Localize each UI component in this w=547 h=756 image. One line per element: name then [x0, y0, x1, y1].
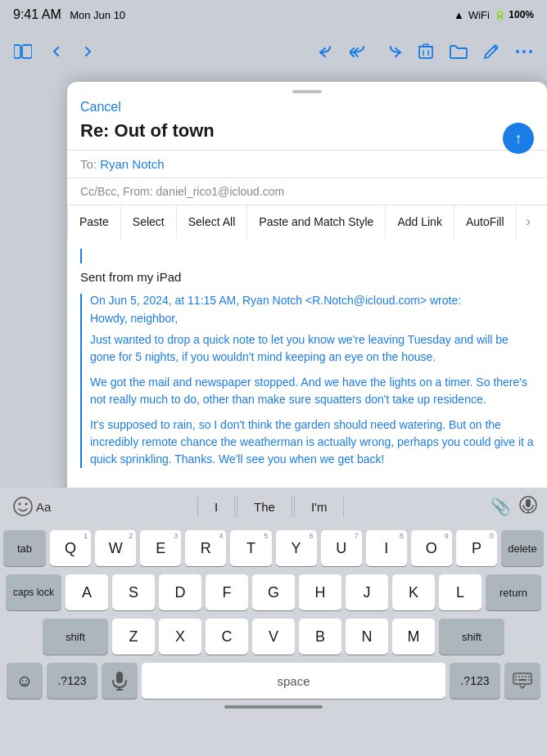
home-bar: [224, 705, 323, 709]
paste-match-style-button[interactable]: Paste and Match Style: [247, 205, 386, 239]
microphone-key[interactable]: [102, 663, 138, 699]
key-k[interactable]: K: [392, 574, 435, 610]
select-all-button[interactable]: Select All: [177, 205, 248, 239]
key-w[interactable]: 2 W: [95, 530, 136, 566]
text-cursor: [80, 249, 82, 263]
caps-lock-key[interactable]: caps lock: [6, 574, 61, 610]
pred-word-3[interactable]: I'm: [294, 497, 345, 517]
status-time: 9:41 AM Mon Jun 10: [13, 7, 125, 22]
add-link-button[interactable]: Add Link: [386, 205, 454, 239]
reply-button[interactable]: [314, 38, 341, 65]
key-o[interactable]: 9 O: [411, 530, 452, 566]
svg-point-13: [25, 503, 28, 506]
key-f[interactable]: F: [206, 574, 248, 610]
keyboard-emoji-icon[interactable]: [10, 493, 36, 520]
home-indicator: [3, 699, 544, 715]
key-q[interactable]: 1 Q: [50, 530, 91, 566]
key-s[interactable]: S: [112, 574, 155, 610]
reply-all-button[interactable]: [347, 38, 373, 65]
key-g[interactable]: G: [252, 574, 295, 610]
key-l[interactable]: L: [439, 574, 481, 610]
prev-message-button[interactable]: [43, 38, 69, 65]
select-button[interactable]: Select: [121, 205, 177, 239]
svg-rect-4: [423, 44, 428, 47]
key-i[interactable]: 8 I: [366, 530, 407, 566]
context-chevron-icon[interactable]: ›: [517, 205, 540, 239]
key-r[interactable]: 4 R: [185, 530, 226, 566]
space-key[interactable]: space: [142, 663, 445, 699]
key-e[interactable]: 3 E: [140, 530, 181, 566]
emoji-key[interactable]: ☺: [7, 663, 43, 699]
key-v[interactable]: V: [252, 619, 295, 655]
svg-rect-2: [419, 47, 432, 58]
compose-to-field[interactable]: To: Ryan Notch: [67, 150, 547, 178]
send-button[interactable]: ↑: [503, 123, 534, 154]
status-icons: ▲ WiFi 🔋 100%: [454, 9, 534, 21]
svg-point-11: [14, 497, 32, 515]
predictive-words: I The I'm: [51, 497, 490, 517]
num123-right-key[interactable]: .?123: [450, 663, 500, 699]
predictive-text-bar: Aa I The I'm 📎: [0, 488, 547, 525]
folder-button[interactable]: [445, 38, 472, 65]
svg-rect-1: [22, 45, 32, 58]
key-n[interactable]: N: [346, 619, 388, 655]
keyboard-dismiss-key[interactable]: [504, 663, 540, 699]
compose-cc-field[interactable]: Cc/Bcc, From: daniel_rico1@icloud.com: [67, 178, 547, 205]
key-u[interactable]: 7 U: [321, 530, 362, 566]
status-bar: 9:41 AM Mon Jun 10 ▲ WiFi 🔋 100%: [0, 0, 547, 29]
wifi-bars-icon: WiFi: [468, 9, 490, 21]
key-j[interactable]: J: [346, 574, 388, 610]
to-recipient[interactable]: Ryan Notch: [100, 157, 164, 171]
font-size-label[interactable]: Aa: [36, 500, 51, 514]
key-b[interactable]: B: [299, 619, 341, 655]
svg-point-8: [516, 50, 519, 53]
delete-key[interactable]: delete: [501, 530, 544, 566]
key-t[interactable]: 5 T: [230, 530, 271, 566]
key-p[interactable]: 0 P: [456, 530, 497, 566]
pred-word-2[interactable]: The: [237, 497, 292, 517]
svg-point-9: [522, 50, 526, 53]
paste-button[interactable]: Paste: [67, 205, 121, 239]
autofill-button[interactable]: AutoFill: [454, 205, 517, 239]
context-toolbar: Paste Select Select All Paste and Match …: [67, 205, 547, 239]
wifi-icon: ▲: [454, 9, 464, 21]
key-h[interactable]: H: [299, 574, 341, 610]
compose-button[interactable]: [478, 38, 504, 65]
pred-word-1[interactable]: I: [197, 497, 235, 517]
svg-line-7: [494, 47, 496, 49]
toolbar-left: [10, 38, 102, 65]
quoted-paragraph-3: It's supposed to rain, so I don't think …: [90, 416, 534, 468]
toolbar-right: [314, 38, 537, 65]
trash-button[interactable]: [413, 38, 439, 65]
modal-drag-handle: [292, 90, 322, 93]
num123-left-key[interactable]: .?123: [47, 663, 97, 699]
svg-rect-15: [526, 499, 531, 507]
shift-right-key[interactable]: shift: [439, 619, 504, 655]
attachment-icon[interactable]: 📎: [490, 497, 511, 516]
key-x[interactable]: X: [159, 619, 201, 655]
more-button[interactable]: [511, 38, 537, 65]
shift-left-key[interactable]: shift: [43, 619, 108, 655]
key-d[interactable]: D: [159, 574, 201, 610]
voice-dictation-icon[interactable]: [519, 496, 537, 518]
svg-rect-0: [14, 45, 20, 58]
key-a[interactable]: A: [66, 574, 108, 610]
return-key[interactable]: return: [486, 574, 541, 610]
key-m[interactable]: M: [392, 619, 435, 655]
next-message-button[interactable]: [75, 38, 102, 65]
cancel-button[interactable]: Cancel: [80, 100, 121, 115]
compose-body[interactable]: Sent from my iPad On Jun 5, 2024, at 11:…: [67, 239, 547, 483]
sidebar-toggle-button[interactable]: [10, 38, 36, 65]
quoted-greeting: Howdy, neighbor,: [90, 312, 534, 325]
tab-key[interactable]: tab: [3, 530, 46, 566]
signature-text: Sent from my iPad: [80, 268, 534, 294]
quoted-paragraph-2: We got the mail and newspaper stopped. A…: [90, 374, 534, 408]
key-c[interactable]: C: [206, 619, 248, 655]
forward-button[interactable]: [380, 38, 406, 65]
toolbar: [0, 29, 547, 74]
predictive-right-icons: 📎: [490, 496, 537, 518]
keyboard-row-2: caps lock A S D F G H J K L return: [3, 574, 544, 610]
keyboard-row-3: shift Z X C V B N M shift: [3, 619, 544, 655]
key-y[interactable]: 6 Y: [276, 530, 317, 566]
key-z[interactable]: Z: [112, 619, 155, 655]
